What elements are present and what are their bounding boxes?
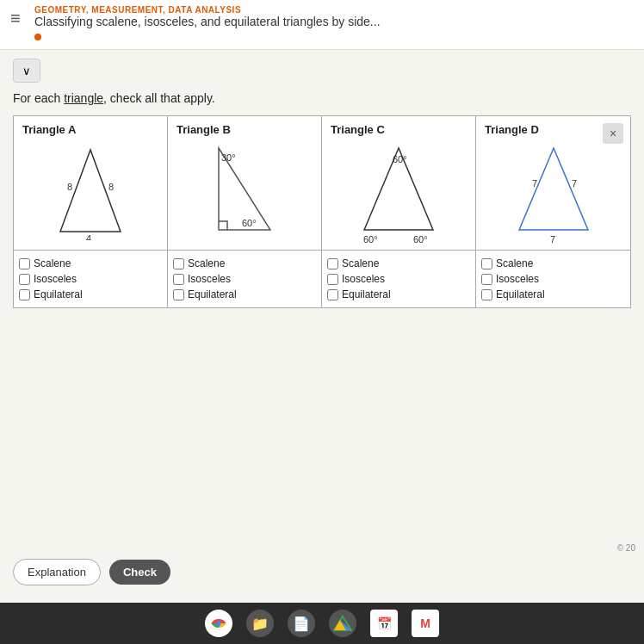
isosceles-a-item[interactable]: Isosceles — [19, 273, 162, 285]
triangle-a-cell: Triangle A 8 8 4 — [14, 116, 168, 250]
svg-marker-11 — [519, 148, 588, 230]
equilateral-c-checkbox[interactable] — [327, 289, 338, 300]
taskbar: 📁 📄 📅 M — [0, 603, 644, 644]
svg-text:7: 7 — [550, 234, 555, 243]
explanation-button[interactable]: Explanation — [13, 559, 101, 585]
svg-text:8: 8 — [67, 182, 72, 192]
chevron-button[interactable]: ∨ — [13, 59, 40, 83]
calendar-icon[interactable]: 📅 — [370, 610, 398, 637]
instruction-before: For each — [13, 91, 64, 105]
svg-text:60°: 60° — [363, 234, 378, 243]
svg-text:30°: 30° — [221, 152, 236, 163]
chrome-icon[interactable] — [205, 610, 232, 637]
isosceles-a-label: Isosceles — [34, 273, 77, 285]
scalene-c-item[interactable]: Scalene — [327, 257, 470, 269]
equilateral-b-label: Equilateral — [188, 288, 237, 300]
check-button[interactable]: Check — [109, 560, 170, 585]
equilateral-a-checkbox[interactable] — [19, 289, 30, 300]
triangle-a-svg: 8 8 4 — [19, 141, 162, 245]
scalene-a-label: Scalene — [34, 257, 71, 269]
equilateral-a-item[interactable]: Equilateral — [19, 288, 162, 300]
scalene-a-checkbox[interactable] — [19, 258, 30, 269]
docs-icon[interactable]: 📄 — [288, 610, 315, 637]
scalene-a-item[interactable]: Scalene — [19, 257, 162, 269]
instruction-after: , check all that apply. — [103, 91, 215, 105]
triangle-link[interactable]: triangle — [64, 91, 103, 105]
svg-text:8: 8 — [108, 182, 114, 192]
svg-text:7: 7 — [532, 178, 537, 189]
page-number: © 20 — [617, 543, 635, 553]
scalene-c-label: Scalene — [342, 257, 379, 269]
triangle-c-cell: Triangle C 60° 60° 60° — [322, 116, 476, 250]
scalene-d-checkbox[interactable] — [481, 258, 492, 269]
checkbox-cell-a: Scalene Isosceles Equilateral — [14, 251, 168, 307]
lesson-title: Classifying scalene, isosceles, and equi… — [34, 15, 634, 28]
svg-text:4: 4 — [86, 233, 91, 240]
equilateral-b-item[interactable]: Equilateral — [173, 288, 316, 300]
equilateral-d-checkbox[interactable] — [481, 289, 492, 300]
isosceles-a-checkbox[interactable] — [19, 274, 30, 285]
gmail-icon[interactable]: M — [412, 610, 439, 637]
content-area: ∨ For each triangle, check all that appl… — [0, 50, 644, 603]
triangle-b-label: Triangle B — [173, 123, 231, 136]
instruction-text: For each triangle, check all that apply. — [13, 91, 631, 105]
isosceles-c-item[interactable]: Isosceles — [327, 273, 470, 285]
triangle-c-svg: 60° 60° 60° — [327, 141, 470, 245]
scalene-c-checkbox[interactable] — [327, 258, 338, 269]
equilateral-d-item[interactable]: Equilateral — [481, 288, 625, 300]
isosceles-d-checkbox[interactable] — [481, 274, 492, 285]
checkbox-cell-c: Scalene Isosceles Equilateral — [322, 251, 476, 307]
isosceles-d-item[interactable]: Isosceles — [481, 273, 625, 285]
triangle-a-label: Triangle A — [19, 123, 76, 136]
svg-text:7: 7 — [572, 178, 577, 189]
isosceles-b-item[interactable]: Isosceles — [173, 273, 316, 285]
checkboxes-row: Scalene Isosceles Equilateral Scalene — [14, 251, 630, 307]
top-bar: ≡ GEOMETRY, MEASUREMENT, DATA ANALYSIS C… — [0, 0, 644, 50]
triangle-b-cell: Triangle B 30° 60° — [168, 116, 322, 250]
equilateral-b-checkbox[interactable] — [173, 289, 184, 300]
scalene-d-item[interactable]: Scalene — [481, 257, 625, 269]
checkbox-cell-b: Scalene Isosceles Equilateral — [168, 251, 322, 307]
triangle-c-label: Triangle C — [327, 123, 385, 136]
bottom-buttons-area: Explanation Check — [13, 542, 631, 594]
drive-icon[interactable] — [329, 610, 356, 637]
files-icon[interactable]: 📁 — [246, 610, 274, 637]
checkbox-cell-d: Scalene Isosceles Equilateral — [476, 251, 630, 307]
equilateral-d-label: Equilateral — [496, 288, 545, 300]
triangle-d-svg: 7 7 7 — [481, 141, 625, 245]
scalene-d-label: Scalene — [496, 257, 533, 269]
triangles-table: × Triangle A 8 8 4 Tr — [13, 115, 631, 308]
subject-label: GEOMETRY, MEASUREMENT, DATA ANALYSIS — [34, 5, 634, 15]
close-button[interactable]: × — [603, 123, 623, 144]
scalene-b-label: Scalene — [188, 257, 225, 269]
equilateral-c-item[interactable]: Equilateral — [327, 288, 470, 300]
isosceles-b-label: Isosceles — [188, 273, 231, 285]
hamburger-icon[interactable]: ≡ — [10, 9, 21, 28]
svg-text:60°: 60° — [393, 154, 407, 164]
isosceles-c-label: Isosceles — [342, 273, 385, 285]
triangle-b-svg: 30° 60° — [173, 141, 316, 245]
scalene-b-checkbox[interactable] — [173, 258, 184, 269]
scalene-b-item[interactable]: Scalene — [173, 257, 316, 269]
isosceles-d-label: Isosceles — [496, 273, 539, 285]
isosceles-c-checkbox[interactable] — [327, 274, 338, 285]
equilateral-a-label: Equilateral — [34, 288, 83, 300]
chevron-icon: ∨ — [22, 65, 31, 77]
svg-text:60°: 60° — [413, 234, 428, 243]
isosceles-b-checkbox[interactable] — [173, 274, 184, 285]
triangle-d-label: Triangle D — [481, 123, 539, 136]
orange-dot-icon — [34, 34, 41, 40]
svg-text:60°: 60° — [242, 218, 257, 228]
equilateral-c-label: Equilateral — [342, 288, 391, 300]
